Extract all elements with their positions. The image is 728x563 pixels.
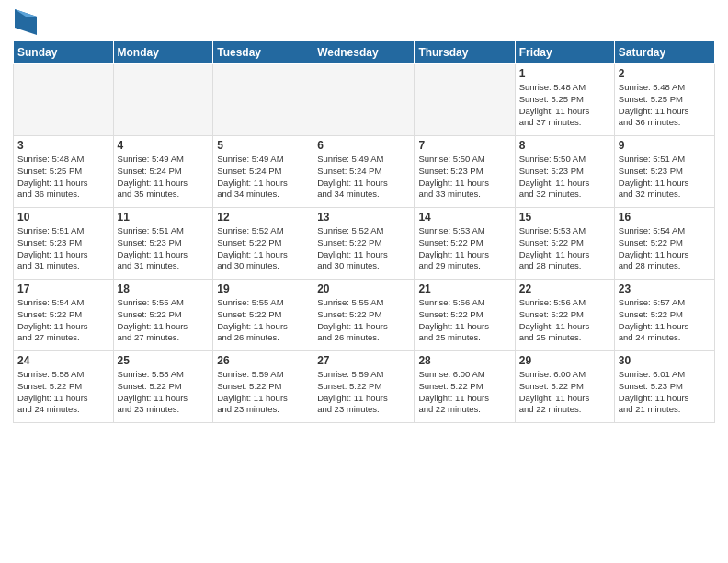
weekday-header: Saturday [614, 41, 714, 64]
calendar-cell: 26Sunrise: 5:59 AM Sunset: 5:22 PM Dayli… [213, 351, 313, 423]
calendar-cell: 22Sunrise: 5:56 AM Sunset: 5:22 PM Dayli… [515, 280, 614, 351]
calendar-cell: 24Sunrise: 5:58 AM Sunset: 5:22 PM Dayli… [14, 351, 114, 423]
calendar-table: SundayMondayTuesdayWednesdayThursdayFrid… [13, 40, 715, 423]
weekday-header: Thursday [415, 41, 515, 64]
page: SundayMondayTuesdayWednesdayThursdayFrid… [0, 0, 728, 563]
day-number: 6 [317, 139, 410, 152]
day-number: 24 [17, 354, 109, 367]
calendar-cell: 3Sunrise: 5:48 AM Sunset: 5:25 PM Daylig… [14, 136, 114, 208]
day-info: Sunrise: 5:49 AM Sunset: 5:24 PM Dayligh… [317, 154, 410, 201]
day-info: Sunrise: 5:56 AM Sunset: 5:22 PM Dayligh… [418, 297, 510, 344]
calendar-week-row: 3Sunrise: 5:48 AM Sunset: 5:25 PM Daylig… [14, 136, 715, 208]
day-info: Sunrise: 5:50 AM Sunset: 5:23 PM Dayligh… [418, 154, 510, 201]
weekday-header-row: SundayMondayTuesdayWednesdayThursdayFrid… [14, 41, 715, 64]
calendar-cell: 27Sunrise: 5:59 AM Sunset: 5:22 PM Dayli… [313, 351, 415, 423]
calendar-cell: 15Sunrise: 5:53 AM Sunset: 5:22 PM Dayli… [515, 208, 614, 280]
calendar-cell: 17Sunrise: 5:54 AM Sunset: 5:22 PM Dayli… [14, 280, 114, 351]
day-number: 5 [217, 139, 309, 152]
calendar-cell: 18Sunrise: 5:55 AM Sunset: 5:22 PM Dayli… [113, 280, 213, 351]
calendar-cell: 6Sunrise: 5:49 AM Sunset: 5:24 PM Daylig… [313, 136, 415, 208]
day-number: 2 [619, 67, 711, 80]
calendar-cell: 7Sunrise: 5:50 AM Sunset: 5:23 PM Daylig… [415, 136, 515, 208]
calendar-cell [113, 64, 213, 136]
day-info: Sunrise: 5:49 AM Sunset: 5:24 PM Dayligh… [217, 154, 309, 201]
calendar-week-row: 10Sunrise: 5:51 AM Sunset: 5:23 PM Dayli… [14, 208, 715, 280]
day-number: 25 [118, 354, 210, 367]
day-number: 19 [217, 282, 309, 295]
day-info: Sunrise: 5:53 AM Sunset: 5:22 PM Dayligh… [418, 225, 510, 272]
day-info: Sunrise: 5:54 AM Sunset: 5:22 PM Dayligh… [619, 225, 711, 272]
day-info: Sunrise: 5:59 AM Sunset: 5:22 PM Dayligh… [217, 369, 309, 416]
calendar-cell: 19Sunrise: 5:55 AM Sunset: 5:22 PM Dayli… [213, 280, 313, 351]
calendar-cell [14, 64, 114, 136]
day-number: 12 [217, 211, 309, 224]
day-number: 11 [118, 211, 210, 224]
day-info: Sunrise: 5:51 AM Sunset: 5:23 PM Dayligh… [619, 154, 711, 201]
day-info: Sunrise: 5:49 AM Sunset: 5:24 PM Dayligh… [118, 154, 210, 201]
calendar-cell: 21Sunrise: 5:56 AM Sunset: 5:22 PM Dayli… [415, 280, 515, 351]
day-number: 22 [519, 282, 610, 295]
day-number: 4 [118, 139, 210, 152]
day-number: 3 [17, 139, 109, 152]
day-number: 28 [418, 354, 510, 367]
day-info: Sunrise: 5:57 AM Sunset: 5:22 PM Dayligh… [619, 297, 711, 344]
calendar-cell: 12Sunrise: 5:52 AM Sunset: 5:22 PM Dayli… [213, 208, 313, 280]
calendar-cell [213, 64, 313, 136]
calendar-week-row: 17Sunrise: 5:54 AM Sunset: 5:22 PM Dayli… [14, 280, 715, 351]
calendar-cell: 23Sunrise: 5:57 AM Sunset: 5:22 PM Dayli… [614, 280, 714, 351]
day-info: Sunrise: 5:51 AM Sunset: 5:23 PM Dayligh… [118, 225, 210, 272]
day-number: 13 [317, 211, 410, 224]
day-info: Sunrise: 5:51 AM Sunset: 5:23 PM Dayligh… [17, 225, 109, 272]
day-info: Sunrise: 6:01 AM Sunset: 5:23 PM Dayligh… [619, 369, 711, 416]
calendar-cell: 14Sunrise: 5:53 AM Sunset: 5:22 PM Dayli… [415, 208, 515, 280]
calendar-cell: 25Sunrise: 5:58 AM Sunset: 5:22 PM Dayli… [113, 351, 213, 423]
day-info: Sunrise: 5:50 AM Sunset: 5:23 PM Dayligh… [519, 154, 610, 201]
day-number: 30 [619, 354, 711, 367]
day-info: Sunrise: 5:52 AM Sunset: 5:22 PM Dayligh… [217, 225, 309, 272]
calendar-cell: 29Sunrise: 6:00 AM Sunset: 5:22 PM Dayli… [515, 351, 614, 423]
day-number: 21 [418, 282, 510, 295]
day-info: Sunrise: 5:58 AM Sunset: 5:22 PM Dayligh… [118, 369, 210, 416]
calendar-cell: 9Sunrise: 5:51 AM Sunset: 5:23 PM Daylig… [614, 136, 714, 208]
day-number: 27 [317, 354, 410, 367]
calendar-cell: 2Sunrise: 5:48 AM Sunset: 5:25 PM Daylig… [614, 64, 714, 136]
day-info: Sunrise: 5:48 AM Sunset: 5:25 PM Dayligh… [17, 154, 109, 201]
logo-icon [15, 9, 37, 35]
day-number: 17 [17, 282, 109, 295]
day-number: 8 [519, 139, 610, 152]
logo [13, 9, 37, 35]
calendar-cell: 1Sunrise: 5:48 AM Sunset: 5:25 PM Daylig… [515, 64, 614, 136]
day-info: Sunrise: 5:55 AM Sunset: 5:22 PM Dayligh… [217, 297, 309, 344]
day-number: 26 [217, 354, 309, 367]
calendar-cell: 20Sunrise: 5:55 AM Sunset: 5:22 PM Dayli… [313, 280, 415, 351]
weekday-header: Wednesday [313, 41, 415, 64]
day-info: Sunrise: 5:59 AM Sunset: 5:22 PM Dayligh… [317, 369, 410, 416]
day-number: 14 [418, 211, 510, 224]
calendar-cell: 5Sunrise: 5:49 AM Sunset: 5:24 PM Daylig… [213, 136, 313, 208]
day-info: Sunrise: 5:53 AM Sunset: 5:22 PM Dayligh… [519, 225, 610, 272]
calendar-cell: 4Sunrise: 5:49 AM Sunset: 5:24 PM Daylig… [113, 136, 213, 208]
calendar-cell: 13Sunrise: 5:52 AM Sunset: 5:22 PM Dayli… [313, 208, 415, 280]
calendar-cell: 30Sunrise: 6:01 AM Sunset: 5:23 PM Dayli… [614, 351, 714, 423]
day-number: 16 [619, 211, 711, 224]
calendar-cell: 16Sunrise: 5:54 AM Sunset: 5:22 PM Dayli… [614, 208, 714, 280]
calendar-week-row: 1Sunrise: 5:48 AM Sunset: 5:25 PM Daylig… [14, 64, 715, 136]
day-info: Sunrise: 5:48 AM Sunset: 5:25 PM Dayligh… [619, 82, 711, 129]
day-info: Sunrise: 5:54 AM Sunset: 5:22 PM Dayligh… [17, 297, 109, 344]
weekday-header: Tuesday [213, 41, 313, 64]
weekday-header: Sunday [14, 41, 114, 64]
calendar-cell: 28Sunrise: 6:00 AM Sunset: 5:22 PM Dayli… [415, 351, 515, 423]
day-number: 10 [17, 211, 109, 224]
day-info: Sunrise: 5:58 AM Sunset: 5:22 PM Dayligh… [17, 369, 109, 416]
calendar-cell: 8Sunrise: 5:50 AM Sunset: 5:23 PM Daylig… [515, 136, 614, 208]
day-number: 20 [317, 282, 410, 295]
header [13, 9, 715, 35]
day-number: 29 [519, 354, 610, 367]
calendar-cell: 11Sunrise: 5:51 AM Sunset: 5:23 PM Dayli… [113, 208, 213, 280]
calendar-cell: 10Sunrise: 5:51 AM Sunset: 5:23 PM Dayli… [14, 208, 114, 280]
calendar-cell [415, 64, 515, 136]
weekday-header: Friday [515, 41, 614, 64]
day-info: Sunrise: 5:55 AM Sunset: 5:22 PM Dayligh… [118, 297, 210, 344]
day-info: Sunrise: 6:00 AM Sunset: 5:22 PM Dayligh… [418, 369, 510, 416]
calendar-week-row: 24Sunrise: 5:58 AM Sunset: 5:22 PM Dayli… [14, 351, 715, 423]
